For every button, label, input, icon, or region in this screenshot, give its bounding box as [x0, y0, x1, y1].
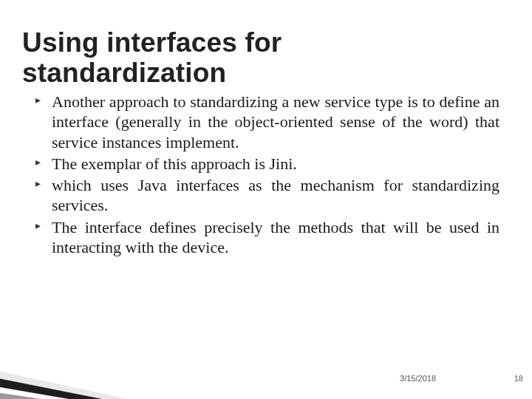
- footer-page-number: 18: [514, 374, 523, 383]
- slide-title: Using interfaces for standardization: [22, 27, 488, 89]
- svg-marker-1: [0, 377, 146, 399]
- footer-date: 3/15/2018: [400, 374, 436, 383]
- svg-marker-0: [0, 369, 168, 399]
- list-item: which uses Java interfaces as the mechan…: [33, 175, 499, 216]
- slide: Using interfaces for standardization Ano…: [0, 0, 532, 399]
- svg-marker-2: [0, 386, 120, 399]
- list-item: The interface defines precisely the meth…: [33, 217, 499, 258]
- bullet-list: Another approach to standardizing a new …: [33, 92, 499, 257]
- list-item: The exemplar of this approach is Jini.: [33, 154, 499, 174]
- corner-decoration-icon: [0, 319, 168, 399]
- slide-body: Another approach to standardizing a new …: [33, 92, 499, 259]
- svg-marker-3: [0, 392, 102, 399]
- list-item: Another approach to standardizing a new …: [33, 92, 499, 152]
